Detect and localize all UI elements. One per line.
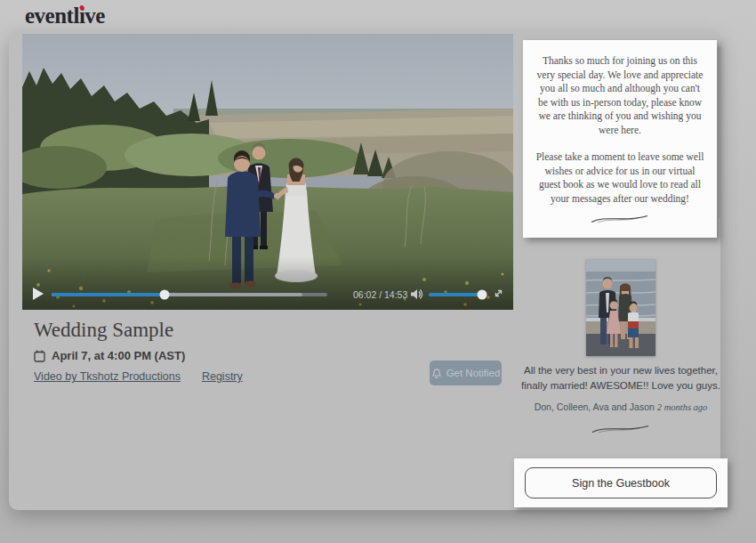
event-title: Wedding Sample — [34, 319, 173, 342]
progress-handle[interactable] — [160, 289, 170, 299]
flourish-divider — [589, 211, 651, 225]
sign-guestbook-button[interactable]: Sign the Guestbook — [525, 467, 717, 498]
registry-link[interactable]: Registry — [202, 370, 243, 383]
progress-bar[interactable] — [52, 293, 327, 296]
fullscreen-icon[interactable] — [493, 288, 504, 299]
guest-signature: Don, Colleen, Ava and Jason 2 months ago — [520, 401, 721, 412]
guest-time-ago: 2 months ago — [657, 402, 708, 412]
get-notified-label: Get Notified — [446, 368, 501, 378]
event-datetime: April 7, at 4:00 PM (AST) — [52, 349, 185, 362]
guest-family-photo — [586, 259, 655, 356]
guestbook-scrollbar[interactable] — [718, 46, 720, 218]
get-notified-button[interactable]: Get Notified — [430, 361, 502, 385]
guest-message: All the very best in your new lives toge… — [520, 363, 721, 393]
welcome-paragraph-1: Thanks so much for joining us on this ve… — [535, 54, 705, 137]
guestbook-entry: All the very best in your new lives toge… — [520, 259, 721, 435]
eventlive-logo[interactable]: eventlive — [25, 4, 105, 28]
welcome-paragraph-2: Please take a moment to leave some well … — [535, 150, 705, 206]
video-player[interactable]: 06:02 / 14:53 — [22, 34, 513, 310]
logo-text-prefix: eventl — [25, 4, 79, 28]
volume-fill — [429, 293, 482, 296]
volume-icon[interactable] — [410, 288, 423, 300]
progress-played — [52, 293, 165, 296]
bell-icon — [431, 368, 442, 379]
calendar-icon — [34, 350, 45, 362]
flourish-divider — [590, 421, 652, 435]
logo-text-suffix: ve — [84, 4, 105, 28]
event-links: Video by Tkshotz Productions Registry — [34, 370, 243, 383]
guestbook-welcome-card: Thanks so much for joining us on this ve… — [523, 40, 717, 238]
guest-author: Don, Colleen, Ava and Jason — [535, 401, 655, 412]
sign-guestbook-strip: Sign the Guestbook — [514, 458, 728, 507]
event-date-row: April 7, at 4:00 PM (AST) — [34, 349, 185, 362]
time-display: 06:02 / 14:53 — [353, 289, 410, 300]
volume-handle[interactable] — [477, 289, 487, 299]
logo-letter-i: i — [79, 4, 84, 28]
video-credit-link[interactable]: Video by Tkshotz Productions — [34, 370, 181, 383]
volume-slider[interactable] — [429, 293, 486, 296]
video-controls: 06:02 / 14:53 — [22, 280, 513, 310]
play-button[interactable] — [33, 288, 44, 300]
